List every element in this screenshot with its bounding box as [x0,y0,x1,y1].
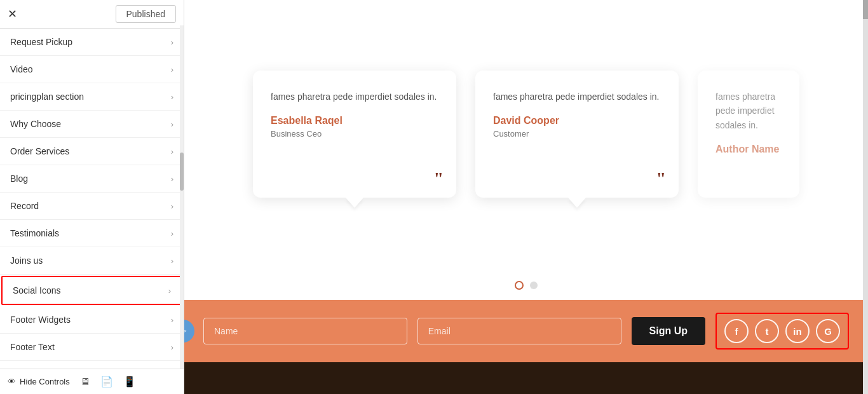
dot-2[interactable] [530,282,538,289]
chevron-right-icon: › [171,315,173,325]
testimonials-area: fames pharetra pede imperdiet sodales in… [184,0,868,268]
card2-author-role: Customer [493,129,661,139]
card3-author-name: Author Name [715,144,782,155]
sidebar-item-order-services[interactable]: Order Services› [0,138,184,165]
card3-text: fames pharetra pede imperdiet sodales in… [715,90,782,132]
name-input[interactable] [203,318,407,344]
eye-icon: 👁 [8,377,16,386]
social-icons-group: f t in G [715,313,849,350]
chevron-right-icon: › [171,343,173,352]
published-button[interactable]: Published [116,5,177,23]
testimonial-card-3-partial: fames pharetra pede imperdiet sodales in… [698,71,799,198]
chevron-right-icon: › [171,256,173,266]
email-input[interactable] [417,318,621,344]
chevron-right-icon: › [171,119,173,129]
chevron-right-icon: › [171,147,173,156]
card1-author-role: Business Ceo [271,129,438,139]
chevron-right-icon: › [171,174,173,184]
sidebar-item-footer-widgets[interactable]: Footer Widgets› [0,306,184,334]
dot-1[interactable] [515,281,524,290]
sidebar-item-joins-us[interactable]: Joins us› [0,247,184,275]
chevron-right-icon: › [168,286,171,296]
signup-button[interactable]: Sign Up [632,317,705,345]
sidebar-item-label-why-choose: Why Choose [10,119,61,129]
sidebar-item-contact[interactable]: Contact› [0,361,184,369]
sidebar-item-label-request-pickup: Request Pickup [10,37,72,47]
sidebar-scrollbar-thumb [180,153,184,191]
main-scrollbar[interactable] [863,0,868,394]
carousel-dots [184,268,868,300]
sidebar-footer: 👁 Hide Controls 🖥 📄 📱 [0,369,184,394]
card1-notch [346,198,363,208]
card2-text: fames pharetra pede imperdiet sodales in… [493,90,661,104]
sidebar-item-video[interactable]: Video› [0,56,184,83]
google-icon[interactable]: G [816,319,840,343]
card1-author-name: Esabella Raqel [271,115,438,126]
chevron-right-icon: › [171,92,173,102]
card1-quote-icon: " [433,170,444,187]
card1-text: fames pharetra pede imperdiet sodales in… [271,90,438,104]
card2-author-name: David Cooper [493,115,661,126]
linkedin-icon[interactable]: in [785,319,810,343]
tablet-view-icon[interactable]: 📄 [100,376,113,388]
mobile-view-icon[interactable]: 📱 [123,376,136,388]
testimonial-card-1: fames pharetra pede imperdiet sodales in… [253,71,456,198]
twitter-icon[interactable]: t [755,319,779,343]
sidebar-item-label-video: Video [10,64,33,74]
close-button[interactable]: ✕ [8,7,17,21]
sidebar-item-record[interactable]: Record› [0,193,184,220]
main-content: fames pharetra pede imperdiet sodales in… [184,0,868,394]
sidebar-item-social-icons[interactable]: Social Icons› [1,276,182,305]
sidebar-scrollbar [180,25,184,369]
sidebar: ✕ Published Request Pickup›Video›pricing… [0,0,184,394]
sidebar-item-label-pricingplan-section: pricingplan section [10,92,84,102]
dark-footer [184,362,868,394]
card2-quote-icon: " [656,170,666,187]
sidebar-item-label-order-services: Order Services [10,146,69,156]
sidebar-item-label-joins-us: Joins us [10,255,43,266]
chevron-right-icon: › [171,65,173,74]
card1-author: Esabella Raqel Business Ceo [271,115,438,139]
sidebar-item-footer-text[interactable]: Footer Text› [0,334,184,361]
desktop-view-icon[interactable]: 🖥 [80,376,90,388]
main-scrollbar-thumb [863,0,868,19]
sidebar-item-label-social-icons: Social Icons [13,285,60,296]
sidebar-item-label-blog: Blog [10,173,28,184]
sidebar-item-label-record: Record [10,201,39,211]
signup-section: ✏ Sign Up f t in G [184,300,868,362]
chevron-right-icon: › [171,201,173,211]
sidebar-item-request-pickup[interactable]: Request Pickup› [0,29,184,56]
testimonial-card-2: fames pharetra pede imperdiet sodales in… [475,71,679,198]
sidebar-item-blog[interactable]: Blog› [0,165,184,193]
chevron-right-icon: › [171,37,173,47]
sidebar-item-pricingplan-section[interactable]: pricingplan section› [0,83,184,111]
facebook-icon[interactable]: f [724,319,749,343]
chevron-right-icon: › [171,229,173,238]
sidebar-nav: Request Pickup›Video›pricingplan section… [0,29,184,369]
sidebar-item-label-footer-text: Footer Text [10,342,55,352]
sidebar-item-testimonials[interactable]: Testimonials› [0,220,184,247]
card2-author: David Cooper Customer [493,115,661,139]
sidebar-item-why-choose[interactable]: Why Choose› [0,111,184,138]
card2-notch [568,198,586,208]
sidebar-item-label-footer-widgets: Footer Widgets [10,315,71,325]
hide-controls-button[interactable]: 👁 Hide Controls [8,377,70,386]
sidebar-header: ✕ Published [0,0,184,29]
edit-pencil-icon[interactable]: ✏ [184,320,194,343]
sidebar-item-label-testimonials: Testimonials [10,228,59,238]
